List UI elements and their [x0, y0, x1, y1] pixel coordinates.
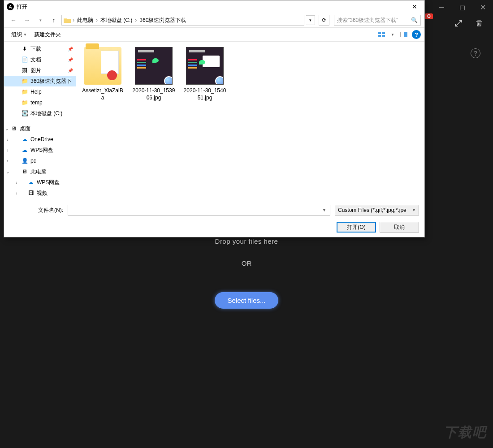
- svg-rect-1: [382, 32, 385, 34]
- nav-forward-button[interactable]: →: [21, 14, 33, 26]
- preview-pane-button[interactable]: [398, 30, 410, 39]
- nav-wps2[interactable]: ›☁WPS网盘: [4, 177, 76, 188]
- bg-toolbar: [448, 14, 489, 32]
- computer-icon: 🖥: [21, 168, 28, 175]
- file-type-filter[interactable]: Custom Files (*.gif;*.jpg;*.jpe▼: [335, 205, 419, 215]
- chevron-right-icon[interactable]: ›: [72, 17, 75, 23]
- dialog-body: ⬇下载📌 📄文档📌 🖼图片📌 📁360极速浏览器下 📁Help 📁temp 💽本…: [4, 42, 424, 200]
- organize-menu[interactable]: 组织▼: [8, 29, 30, 40]
- wps-icon: ☁: [27, 179, 35, 186]
- nav-label: 图片: [30, 67, 41, 74]
- dialog-app-icon: A: [7, 3, 14, 10]
- dialog-titlebar[interactable]: A 打开 ✕: [4, 0, 424, 13]
- settings-icon[interactable]: [448, 14, 469, 32]
- nav-thispc[interactable]: ⌄🖥此电脑: [4, 166, 76, 177]
- nav-label: WPS网盘: [30, 146, 53, 154]
- select-files-button[interactable]: Select files...: [215, 292, 278, 309]
- nav-onedrive[interactable]: ›☁OneDrive: [4, 134, 76, 145]
- svg-rect-0: [378, 32, 381, 34]
- dialog-title: 打开: [17, 3, 27, 11]
- view-mode-button[interactable]: [375, 30, 388, 39]
- file-item-image[interactable]: 2020-11-30_153906.jpg: [132, 47, 175, 101]
- folder-icon: 📁: [21, 99, 28, 106]
- address-bar[interactable]: › 此电脑 › 本地磁盘 (C:) › 360极速浏览器下载: [61, 15, 304, 26]
- refresh-button[interactable]: ⟳: [319, 15, 329, 26]
- nav-downloads[interactable]: ⬇下载📌: [4, 43, 76, 54]
- image-thumbnail: [135, 47, 173, 85]
- filename-label: 文件名(N):: [9, 207, 63, 214]
- bg-maximize-button[interactable]: ◻: [452, 0, 472, 14]
- drive-icon: 💽: [21, 110, 28, 117]
- trash-icon[interactable]: [469, 14, 489, 32]
- nav-user[interactable]: ›👤pc: [4, 155, 76, 166]
- new-folder-button[interactable]: 新建文件夹: [30, 29, 65, 40]
- file-name: 2020-11-30_154051.jpg: [183, 87, 226, 101]
- wps-icon: ☁: [21, 146, 28, 154]
- nav-drive-c[interactable]: 💽本地磁盘 (C:): [4, 108, 76, 119]
- search-icon[interactable]: 🔍: [411, 17, 418, 23]
- file-name: Assetizr_XiaZaiBa: [81, 87, 124, 101]
- or-text: OR: [0, 259, 493, 267]
- dialog-close-button[interactable]: ✕: [405, 0, 424, 13]
- nav-label: 桌面: [20, 125, 30, 133]
- nav-pictures2[interactable]: ›🖼图片: [4, 198, 76, 200]
- folder-icon: 📁: [21, 88, 28, 95]
- search-input[interactable]: 搜索"360极速浏览器下载" 🔍: [334, 15, 421, 26]
- documents-icon: 📄: [21, 56, 28, 63]
- expand-icon[interactable]: ›: [5, 147, 10, 153]
- expand-icon[interactable]: ›: [14, 190, 19, 196]
- image-thumbnail: [186, 47, 224, 85]
- filter-label: Custom Files (*.gif;*.jpg;*.jpe: [338, 207, 407, 213]
- nav-360browser[interactable]: 📁360极速浏览器下: [4, 76, 76, 86]
- nav-wps[interactable]: ›☁WPS网盘: [4, 145, 76, 155]
- chevron-down-icon[interactable]: ▼: [412, 208, 416, 212]
- open-button[interactable]: 打开(O): [337, 222, 376, 233]
- view-mode-dropdown[interactable]: ▼: [389, 30, 396, 39]
- filename-input[interactable]: ▼: [68, 205, 330, 215]
- navigation-pane[interactable]: ⬇下载📌 📄文档📌 🖼图片📌 📁360极速浏览器下 📁Help 📁temp 💽本…: [4, 42, 76, 200]
- nav-label: 此电脑: [30, 168, 47, 176]
- expand-icon[interactable]: ›: [5, 158, 10, 164]
- downloads-icon: ⬇: [21, 45, 28, 52]
- file-item-folder[interactable]: Assetizr_XiaZaiBa: [81, 47, 124, 101]
- file-list[interactable]: Assetizr_XiaZaiBa 2020-11-30_153906.jpg …: [76, 42, 424, 200]
- folder-icon: 📁: [21, 78, 28, 85]
- nav-label: OneDrive: [30, 136, 53, 142]
- bg-help-icon[interactable]: ?: [471, 48, 480, 58]
- collapse-icon[interactable]: ⌄: [5, 169, 10, 174]
- nav-label: temp: [30, 99, 43, 106]
- nav-label: 图片: [37, 200, 48, 201]
- nav-pictures[interactable]: 🖼图片📌: [4, 65, 76, 76]
- bg-close-button[interactable]: ✕: [472, 0, 493, 14]
- file-open-dialog: A 打开 ✕ ← → ▾ ↑ › 此电脑 › 本地磁盘 (C:) › 360极速…: [4, 0, 425, 237]
- nav-videos[interactable]: ›🎞视频: [4, 188, 76, 198]
- chevron-right-icon[interactable]: ›: [134, 17, 138, 23]
- nav-back-button[interactable]: ←: [8, 14, 19, 26]
- expand-icon[interactable]: ›: [14, 180, 19, 185]
- nav-desktop[interactable]: ⌄🖥桌面: [4, 123, 76, 134]
- breadcrumb-seg-thispc[interactable]: 此电脑: [75, 17, 95, 24]
- nav-label: 360极速浏览器下: [30, 78, 72, 85]
- search-placeholder: 搜索"360极速浏览器下载": [337, 17, 398, 24]
- pin-icon: 📌: [68, 57, 73, 62]
- bg-minimize-button[interactable]: ─: [431, 0, 452, 14]
- nav-help-folder[interactable]: 📁Help: [4, 86, 76, 97]
- cancel-button[interactable]: 取消: [380, 222, 419, 233]
- nav-label: WPS网盘: [37, 179, 60, 186]
- chevron-down-icon[interactable]: ▼: [320, 208, 328, 212]
- nav-up-button[interactable]: ↑: [48, 14, 60, 26]
- nav-temp[interactable]: 📁temp: [4, 97, 76, 108]
- breadcrumb-seg-drive[interactable]: 本地磁盘 (C:): [99, 17, 134, 24]
- collapse-icon[interactable]: ⌄: [4, 126, 9, 131]
- nav-recent-dropdown[interactable]: ▾: [35, 14, 46, 26]
- new-folder-label: 新建文件夹: [34, 31, 61, 39]
- dialog-help-button[interactable]: ?: [412, 30, 421, 39]
- chevron-right-icon[interactable]: ›: [95, 17, 99, 23]
- file-item-image[interactable]: 2020-11-30_154051.jpg: [183, 47, 226, 101]
- breadcrumb-seg-folder[interactable]: 360极速浏览器下载: [138, 17, 188, 24]
- svg-rect-3: [382, 35, 385, 37]
- address-history-dropdown[interactable]: ▾: [306, 15, 315, 25]
- expand-icon[interactable]: ›: [5, 137, 10, 142]
- nav-documents[interactable]: 📄文档📌: [4, 54, 76, 65]
- pro-badge: O: [425, 13, 433, 19]
